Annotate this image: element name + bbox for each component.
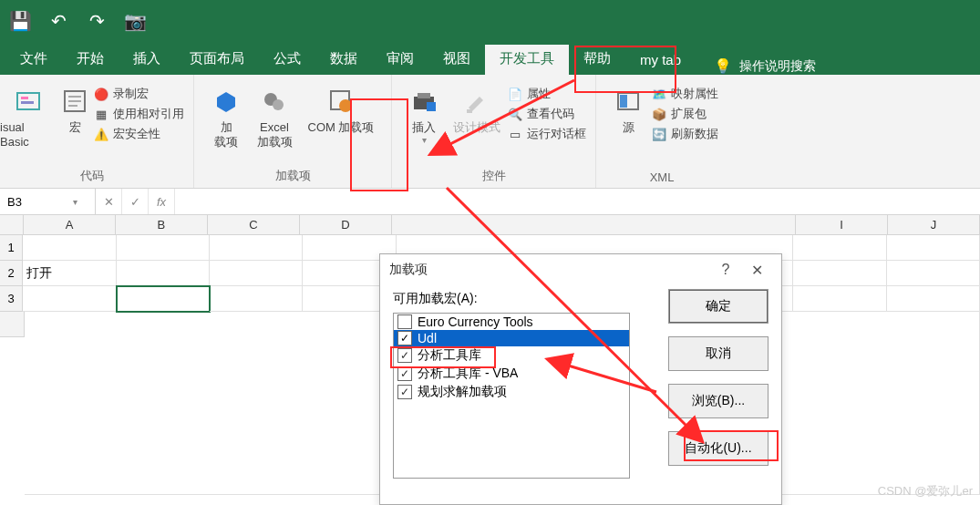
cell[interactable] (23, 235, 116, 261)
map-properties-button[interactable]: 🗺️ 映射属性 (651, 84, 718, 104)
col-head[interactable] (392, 215, 796, 235)
record-macro-button[interactable]: 🔴 录制宏 (93, 84, 184, 104)
cell[interactable] (117, 261, 210, 286)
checkbox-icon[interactable]: ✓ (397, 348, 412, 363)
close-icon[interactable]: ✕ (741, 262, 772, 279)
row-head[interactable] (0, 312, 25, 337)
automation-button[interactable]: 自动化(U)... (668, 431, 769, 466)
tell-me-search[interactable]: 💡 操作说明搜索 (714, 57, 816, 75)
list-item[interactable]: ✓规划求解加载项 (394, 383, 629, 401)
group-addins: 加 载项 Excel 加载项 COM 加载项 加载项 (194, 75, 392, 188)
visual-basic-button[interactable]: isual Basic (0, 80, 57, 149)
group-code-label: 代码 (0, 168, 184, 186)
checkbox-icon[interactable]: ✓ (397, 385, 412, 399)
cancel-formula-icon[interactable]: ✕ (96, 189, 122, 214)
svg-rect-1 (21, 97, 28, 99)
cancel-button[interactable]: 取消 (668, 336, 769, 371)
ok-button[interactable]: 确定 (668, 289, 769, 324)
expansion-pack-button[interactable]: 📦 扩展包 (651, 104, 718, 124)
cell[interactable] (793, 235, 886, 261)
undo-icon[interactable]: ↶ (47, 11, 69, 31)
col-head-c[interactable]: C (208, 215, 300, 235)
view-code-label: 查看代码 (527, 106, 574, 122)
tab-review[interactable]: 审阅 (372, 45, 428, 75)
tab-help[interactable]: 帮助 (569, 45, 625, 75)
map-props-icon: 🗺️ (651, 86, 667, 102)
cell[interactable] (887, 286, 980, 312)
col-head-j[interactable]: J (888, 215, 980, 235)
tab-file[interactable]: 文件 (5, 45, 62, 75)
name-box-input[interactable] (5, 194, 73, 210)
ribbon: isual Basic 宏 🔴 录制宏 ▦ 使用相对引用 ⚠️ (0, 75, 980, 189)
col-head-a[interactable]: A (24, 215, 116, 235)
design-mode-button[interactable]: 设计模式 (447, 80, 507, 135)
macros-label: 宏 (69, 120, 81, 135)
select-all-corner[interactable] (0, 215, 24, 235)
macro-security-button[interactable]: ⚠️ 宏安全性 (93, 124, 184, 144)
com-addins-icon (325, 86, 356, 117)
lightbulb-icon: 💡 (714, 57, 732, 75)
list-item[interactable]: ✓分析工具库 - VBA (394, 365, 629, 383)
tab-formulas[interactable]: 公式 (259, 45, 315, 75)
row-head-3[interactable]: 3 (0, 286, 23, 312)
save-icon[interactable]: 💾 (9, 11, 31, 31)
col-head-d[interactable]: D (300, 215, 392, 235)
tab-insert[interactable]: 插入 (119, 45, 175, 75)
cell[interactable] (887, 235, 980, 261)
excel-addins-button[interactable]: Excel 加载项 (249, 80, 300, 149)
insert-control-button[interactable]: 插入 ▾ (401, 80, 447, 146)
refresh-data-button[interactable]: 🔄 刷新数据 (651, 124, 718, 144)
cell[interactable] (210, 261, 303, 286)
accept-formula-icon[interactable]: ✓ (122, 189, 149, 214)
svg-point-8 (273, 99, 284, 110)
browse-button[interactable]: 浏览(B)... (668, 384, 769, 418)
addins-listbox[interactable]: Euro Currency Tools ✓Udl ✓分析工具库 ✓分析工具库 -… (393, 313, 630, 479)
cell[interactable] (210, 286, 303, 312)
redo-icon[interactable]: ↷ (86, 11, 108, 31)
list-item[interactable]: ✓Udl (394, 330, 629, 346)
fx-icon[interactable]: fx (149, 189, 175, 214)
source-button[interactable]: 源 (605, 80, 651, 135)
col-head-b[interactable]: B (116, 215, 208, 235)
col-head-i[interactable]: I (796, 215, 888, 235)
addins-button[interactable]: 加 载项 (203, 80, 249, 149)
cell[interactable] (793, 286, 886, 312)
list-item[interactable]: Euro Currency Tools (394, 314, 629, 330)
run-dialog-button[interactable]: ▭ 运行对话框 (507, 124, 586, 144)
checkbox-icon[interactable] (397, 314, 412, 329)
properties-label: 属性 (527, 86, 551, 102)
tab-mytab[interactable]: my tab (625, 46, 696, 75)
cell[interactable] (23, 286, 116, 312)
tab-data[interactable]: 数据 (315, 45, 372, 75)
cell-b3[interactable] (117, 286, 210, 312)
row-head-1[interactable]: 1 (0, 235, 23, 261)
refresh-icon: 🔄 (651, 126, 667, 142)
svg-point-10 (339, 99, 352, 112)
tab-page-layout[interactable]: 页面布局 (175, 45, 259, 75)
macros-button[interactable]: 宏 (57, 80, 93, 135)
insert-control-label: 插入 (412, 120, 436, 135)
list-item[interactable]: ✓分析工具库 (394, 346, 629, 365)
view-code-button[interactable]: 🔍 查看代码 (507, 104, 586, 124)
checkbox-icon[interactable]: ✓ (397, 331, 412, 345)
properties-button[interactable]: 📄 属性 (507, 84, 586, 104)
tab-view[interactable]: 视图 (428, 45, 485, 75)
cell[interactable] (793, 261, 886, 286)
help-icon[interactable]: ? (710, 262, 741, 278)
cell-a2[interactable]: 打开 (23, 261, 116, 286)
tab-developer[interactable]: 开发工具 (485, 45, 569, 75)
cell[interactable] (887, 261, 980, 286)
cell[interactable] (117, 235, 210, 261)
chevron-down-icon[interactable]: ▾ (73, 197, 77, 207)
row-head-2[interactable]: 2 (0, 261, 23, 286)
tab-home[interactable]: 开始 (62, 45, 119, 75)
formula-input[interactable] (175, 189, 980, 214)
name-box[interactable]: ▾ (0, 189, 96, 214)
com-addins-button[interactable]: COM 加载项 (300, 80, 382, 135)
com-addins-label: COM 加载项 (308, 120, 375, 135)
macros-icon (59, 86, 90, 117)
cell[interactable] (210, 235, 303, 261)
relative-ref-button[interactable]: ▦ 使用相对引用 (93, 104, 184, 124)
camera-icon[interactable]: 📷 (124, 11, 146, 31)
checkbox-icon[interactable]: ✓ (397, 366, 412, 381)
